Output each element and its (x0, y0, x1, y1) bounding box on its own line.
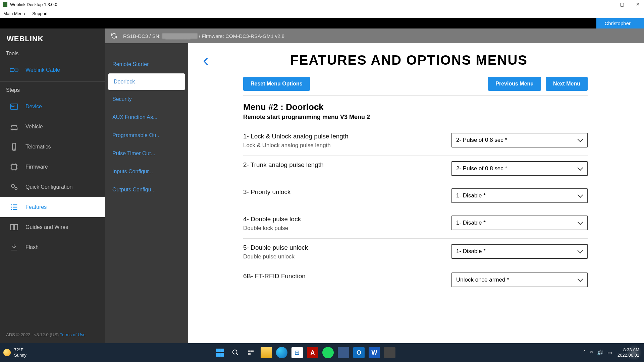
sidebar-item-label: Flash (25, 244, 39, 250)
sidebar-item-features[interactable]: Features (0, 197, 105, 217)
search-button[interactable] (230, 347, 241, 358)
setting-title: 5- Double pulse unlock (243, 244, 308, 251)
device-icon (9, 102, 19, 111)
previous-menu-button[interactable]: Previous Menu (488, 77, 541, 91)
book-icon (9, 223, 19, 232)
terms-link[interactable]: Terms of Use (60, 332, 86, 337)
clock-date: 2022.06.01 (618, 353, 639, 358)
setting-title: 1- Lock & Unlock analog pulse length (243, 133, 348, 140)
minimize-button[interactable]: — (602, 2, 609, 7)
svg-point-9 (11, 184, 14, 187)
sidebar-item-guides[interactable]: Guides and Wires (0, 217, 105, 237)
clock-time: 8:33 AM (618, 347, 639, 353)
firmware-icon (9, 162, 19, 172)
reset-menu-button[interactable]: Reset Menu Options (243, 77, 310, 91)
next-menu-button[interactable]: Next Menu (546, 77, 588, 91)
setting-select-1[interactable]: 2- Pulse of 0.8 sec * (451, 133, 588, 147)
sidebar-item-label: Weblink Cable (25, 67, 60, 73)
svg-rect-1 (15, 69, 18, 71)
sidebar-item-telematics[interactable]: Telematics (0, 137, 105, 157)
section-tools-header: Tools (0, 47, 105, 60)
svg-rect-3 (12, 105, 14, 107)
setting-select-5[interactable]: 1- Disable * (451, 244, 588, 259)
setting-select-2[interactable]: 2- Pulse of 0.8 sec * (451, 161, 588, 176)
menu-bar: Main Menu Support (0, 9, 644, 18)
taskbar-apps: ⊞ A O W (214, 347, 395, 358)
menu-support[interactable]: Support (29, 11, 52, 16)
subnav-pulse-timer[interactable]: Pulse Timer Out... (105, 144, 188, 163)
left-sidebar: WEBLINK Tools Weblink Cable Steps Device… (0, 28, 105, 343)
firmware-label: Firmware: (202, 33, 224, 39)
firmware-value: COM-DC3-RSA-GM1 v2.8 (225, 33, 284, 39)
spotify-icon[interactable] (322, 347, 334, 358)
app-icon-1[interactable] (338, 347, 349, 358)
sidebar-item-weblink-cable[interactable]: Weblink Cable (0, 60, 105, 80)
main-content: RS1B-DC3 / SN: 6███████C7 / Firmware: CO… (188, 28, 644, 343)
svg-point-7 (14, 149, 14, 149)
svg-rect-13 (251, 351, 254, 353)
outlook-icon[interactable]: O (353, 347, 365, 358)
cable-icon (9, 65, 19, 75)
sidebar-item-vehicle[interactable]: Vehicle (0, 117, 105, 137)
back-button[interactable]: ‹ (203, 51, 209, 69)
window-title: Weblink Desktop 1.3.0.0 (10, 2, 57, 7)
tray-chevron-icon[interactable]: ˄ (583, 350, 586, 356)
start-button[interactable] (214, 347, 226, 358)
subnav-aux[interactable]: AUX Function As... (105, 108, 188, 126)
setting-row: 5- Double pulse unlock Double pulse unlo… (243, 239, 588, 267)
sidebar-item-flash[interactable]: Flash (0, 237, 105, 257)
explorer-icon[interactable] (261, 347, 272, 358)
svg-point-10 (15, 187, 17, 190)
edge-icon[interactable] (276, 347, 287, 358)
sidebar-item-quick-config[interactable]: Quick Configuration (0, 177, 105, 197)
subnav-inputs-config[interactable]: Inputs Configur... (105, 163, 188, 181)
svg-rect-12 (248, 351, 251, 353)
svg-rect-0 (10, 68, 14, 71)
setting-select-6b[interactable]: Unlock once armed * (451, 273, 588, 287)
brand-logo: WEBLINK (0, 28, 105, 47)
section-steps-header: Steps (0, 83, 105, 97)
setting-desc: Lock & Unlock analog pulse length (243, 142, 348, 149)
taskbar-weather[interactable]: 72°F Sunny (3, 347, 26, 358)
sidebar-item-device[interactable]: Device (0, 97, 105, 117)
setting-row: 2- Trunk analog pulse length 2- Pulse of… (243, 156, 588, 183)
task-view-button[interactable] (245, 347, 257, 358)
setting-title: 6B- FT-RFID Function (243, 273, 306, 280)
sidebar-item-firmware[interactable]: Firmware (0, 157, 105, 177)
store-icon[interactable]: ⊞ (291, 347, 303, 358)
app-icon-2[interactable] (384, 347, 395, 358)
sn-value: 6███████C7 (188, 33, 198, 39)
subnav-programmable-outputs[interactable]: Programmable Ou... (105, 126, 188, 144)
svg-rect-8 (12, 165, 16, 169)
menu-main[interactable]: Main Menu (0, 11, 29, 16)
battery-icon[interactable]: ▭ (607, 350, 612, 356)
subnav-outputs-config[interactable]: Outputs Configu... (105, 181, 188, 199)
sub-sidebar: Remote Starter Doorlock Security AUX Fun… (105, 28, 188, 343)
taskbar-clock[interactable]: 8:33 AM 2022.06.01 (618, 347, 639, 358)
sidebar-item-label: Telematics (25, 144, 51, 150)
menu-subheading: Remote start programming menu V3 Menu 2 (243, 114, 588, 121)
subnav-remote-starter[interactable]: Remote Starter (105, 55, 188, 73)
app-icon (3, 2, 7, 7)
maximize-button[interactable]: ▢ (619, 2, 625, 7)
window-titlebar: Weblink Desktop 1.3.0.0 — ▢ ✕ (0, 0, 644, 9)
weather-cond: Sunny (14, 353, 26, 358)
setting-row: 1- Lock & Unlock analog pulse length Loc… (243, 133, 588, 156)
weather-icon (3, 349, 11, 356)
setting-title: 3- Priority unlock (243, 188, 291, 196)
wifi-icon[interactable]: ⌔ (590, 350, 593, 356)
flash-icon (9, 243, 19, 252)
word-icon[interactable]: W (369, 347, 380, 358)
subnav-doorlock[interactable]: Doorlock (108, 73, 185, 90)
setting-select-4[interactable]: 1- Disable * (451, 216, 588, 230)
setting-select-3[interactable]: 1- Disable * (451, 188, 588, 203)
setting-title: 2- Trunk analog pulse length (243, 161, 324, 169)
user-pill[interactable]: Christopher (596, 18, 644, 28)
sidebar-item-label: Guides and Wires (25, 224, 68, 230)
setting-row: 6B- FT-RFID Function Unlock once armed * (243, 267, 588, 294)
volume-icon[interactable]: 🔊 (597, 350, 603, 356)
close-button[interactable]: ✕ (635, 2, 641, 7)
telematics-icon (9, 142, 19, 152)
acrobat-icon[interactable]: A (307, 347, 318, 358)
subnav-security[interactable]: Security (105, 90, 188, 108)
